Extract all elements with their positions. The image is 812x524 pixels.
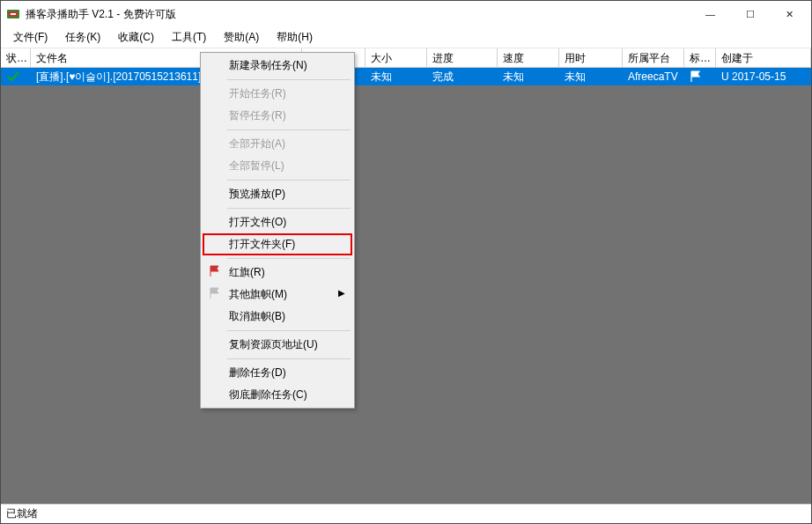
context-menu-separator — [227, 258, 351, 259]
red-flag-icon — [209, 265, 221, 277]
cell-mark — [684, 68, 716, 85]
context-menu: 新建录制任务(N)开始任务(R)暂停任务(R)全部开始(A)全部暂停(L)预览播… — [200, 52, 355, 409]
col-created[interactable]: 创建于 — [716, 48, 811, 67]
menubar: 文件(F) 任务(K) 收藏(C) 工具(T) 赞助(A) 帮助(H) — [1, 27, 811, 48]
menu-sponsor[interactable]: 赞助(A) — [215, 27, 268, 48]
submenu-arrow-icon: ▶ — [338, 288, 345, 298]
cell-size: 未知 — [365, 68, 427, 85]
context-menu-item[interactable]: 打开文件(O) — [203, 211, 352, 233]
context-menu-item: 开始任务(R) — [203, 83, 352, 105]
app-window: 播客录播助手 V2.1 - 免费许可版 — ☐ ✕ 文件(F) 任务(K) 收藏… — [0, 0, 812, 524]
context-menu-item: 暂停任务(R) — [203, 105, 352, 127]
table-area: 状态 文件名 完成数 大小 进度 速度 用时 所属平台 标记 创建于 [直播].… — [1, 48, 811, 504]
context-menu-separator — [227, 129, 351, 130]
menu-file[interactable]: 文件(F) — [4, 27, 56, 48]
window-controls: — ☐ ✕ — [690, 2, 809, 26]
col-status[interactable]: 状态 — [1, 48, 31, 67]
context-menu-item[interactable]: 其他旗帜(M)▶ — [203, 284, 352, 306]
context-menu-item[interactable]: 打开文件夹(F) — [203, 233, 352, 255]
context-menu-item[interactable]: 预览播放(P) — [203, 183, 352, 205]
cell-platform: AfreecaTV — [623, 68, 684, 85]
statusbar: 已就绪 — [1, 504, 811, 523]
col-mark[interactable]: 标记 — [684, 48, 716, 67]
context-menu-item[interactable]: 红旗(R) — [203, 262, 352, 284]
context-menu-separator — [227, 79, 351, 80]
context-menu-item[interactable]: 取消旗帜(B) — [203, 306, 352, 328]
context-menu-item: 全部暂停(L) — [203, 155, 352, 177]
svg-rect-2 — [11, 13, 16, 15]
col-speed[interactable]: 速度 — [498, 48, 559, 67]
context-menu-separator — [227, 180, 351, 181]
window-title: 播客录播助手 V2.1 - 免费许可版 — [26, 7, 690, 22]
col-time[interactable]: 用时 — [559, 48, 623, 67]
table-header: 状态 文件名 完成数 大小 进度 速度 用时 所属平台 标记 创建于 — [1, 48, 811, 68]
cell-time: 未知 — [559, 68, 623, 85]
col-size[interactable]: 大小 — [365, 48, 427, 67]
context-menu-separator — [227, 208, 351, 209]
maximize-button[interactable]: ☐ — [730, 2, 770, 26]
menu-help[interactable]: 帮助(H) — [268, 27, 321, 48]
flag-icon — [690, 70, 702, 83]
status-check-icon — [1, 68, 31, 85]
context-menu-separator — [227, 330, 351, 331]
context-menu-item[interactable]: 复制资源页地址(U) — [203, 334, 352, 356]
close-button[interactable]: ✕ — [770, 2, 809, 26]
context-menu-item[interactable]: 彻底删除任务(C) — [203, 384, 352, 406]
cell-progress: 完成 — [427, 68, 498, 85]
context-menu-item[interactable]: 删除任务(D) — [203, 362, 352, 384]
col-platform[interactable]: 所属平台 — [623, 48, 684, 67]
table-row[interactable]: [直播].[♥이슬이].[20170515213611].mp4 509.7 M… — [1, 68, 811, 85]
menu-task[interactable]: 任务(K) — [56, 27, 109, 48]
app-icon — [6, 7, 20, 21]
titlebar[interactable]: 播客录播助手 V2.1 - 免费许可版 — ☐ ✕ — [1, 1, 811, 27]
minimize-button[interactable]: — — [690, 2, 730, 26]
gray-flag-icon — [209, 287, 221, 299]
col-progress[interactable]: 进度 — [427, 48, 498, 67]
menu-tools[interactable]: 工具(T) — [163, 27, 215, 48]
cell-speed: 未知 — [498, 68, 559, 85]
context-menu-item: 全部开始(A) — [203, 133, 352, 155]
menu-fav[interactable]: 收藏(C) — [109, 27, 163, 48]
context-menu-separator — [227, 358, 351, 359]
context-menu-item[interactable]: 新建录制任务(N) — [203, 55, 352, 77]
cell-created: U 2017-05-15 — [716, 68, 811, 85]
status-text: 已就绪 — [6, 506, 38, 521]
